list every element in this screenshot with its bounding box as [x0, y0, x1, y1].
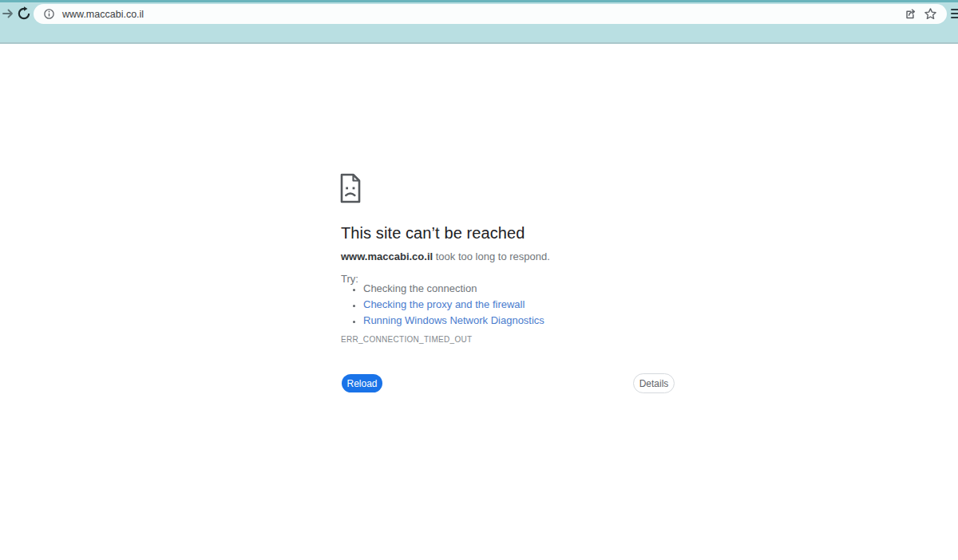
browser-toolbar: www.maccabi.co.il [0, 0, 958, 42]
suggestion-check-proxy-firewall-link[interactable]: Checking the proxy and the firewall [363, 298, 544, 311]
suggestion-list: Checking the connection Checking the pro… [341, 282, 544, 329]
url-text[interactable]: www.maccabi.co.il [62, 9, 904, 20]
forward-button[interactable] [1, 6, 15, 21]
reload-button[interactable] [17, 6, 31, 21]
bookmark-star-icon[interactable] [924, 7, 937, 21]
window-frame-strip [0, 0, 958, 2]
error-title: This site can’t be reached [341, 224, 525, 243]
suggestion-network-diagnostics-link[interactable]: Running Windows Network Diagnostics [363, 314, 544, 327]
site-info-icon[interactable] [43, 8, 55, 20]
details-button[interactable]: Details [633, 373, 675, 393]
error-page: This site can’t be reached www.maccabi.c… [0, 44, 958, 560]
reload-page-button[interactable]: Reload [342, 374, 382, 392]
error-code: ERR_CONNECTION_TIMED_OUT [341, 335, 472, 344]
error-host: www.maccabi.co.il [341, 250, 433, 262]
address-bar[interactable]: www.maccabi.co.il [34, 4, 947, 24]
error-message-rest: took too long to respond. [433, 250, 550, 262]
share-icon[interactable] [904, 7, 917, 21]
menu-icon[interactable] [951, 9, 958, 20]
reload-icon [17, 6, 31, 21]
sad-file-icon [339, 173, 362, 203]
error-subtitle: www.maccabi.co.il took too long to respo… [341, 250, 550, 262]
forward-icon [1, 6, 15, 21]
suggestion-check-connection: Checking the connection [363, 282, 544, 295]
